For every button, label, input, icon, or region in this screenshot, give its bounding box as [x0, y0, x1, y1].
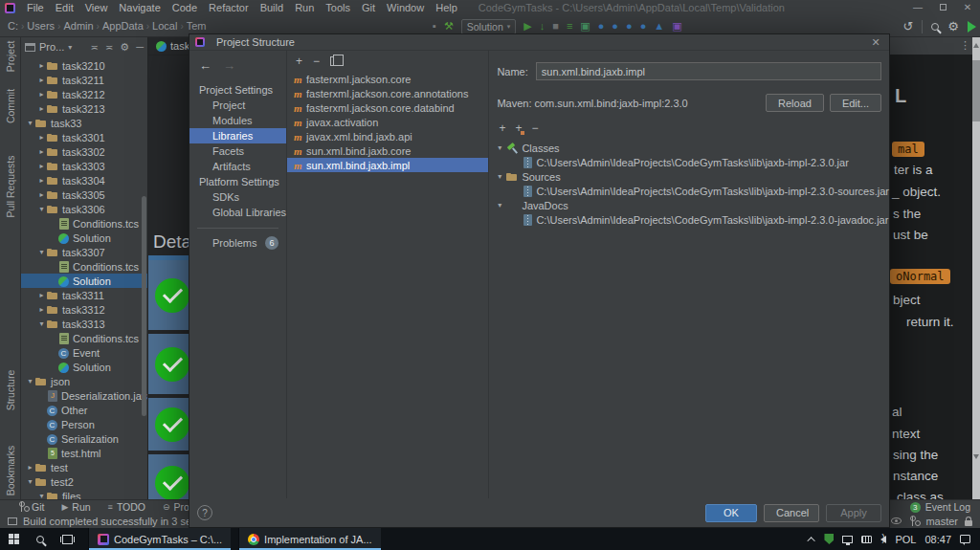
profiler-icon[interactable]: ● — [640, 21, 647, 32]
menu-code[interactable]: Code — [167, 2, 203, 13]
remove-root-icon[interactable]: − — [531, 121, 538, 135]
tree-row[interactable]: Solution — [21, 274, 147, 288]
nav-item-problems[interactable]: Problems 6 — [189, 234, 286, 252]
root-path-row[interactable]: C:\Users\Admin\IdeaProjects\CodeGymTasks… — [489, 184, 889, 198]
root-group-row[interactable]: ▾Classes — [489, 141, 889, 155]
chevron-expanded-icon[interactable]: ▾ — [36, 492, 47, 499]
minimize-button[interactable]: — — [905, 0, 930, 15]
tree-row[interactable]: ▸task3301 — [21, 130, 147, 144]
tree-row[interactable]: ▸task3213 — [21, 101, 147, 116]
tree-row[interactable]: ▾task3313 — [21, 317, 147, 331]
tree-row[interactable]: ▾task33 — [21, 116, 147, 130]
tree-row[interactable]: ▾json — [21, 374, 147, 388]
chevron-collapsed-icon[interactable]: ▸ — [36, 176, 47, 185]
library-list-item[interactable]: mfasterxml.jackson.core.databind — [287, 100, 488, 115]
chevron-collapsed-icon[interactable]: ▸ — [25, 463, 35, 472]
maximize-button[interactable] — [930, 0, 955, 15]
tree-row[interactable]: Conditions.tcs — [21, 259, 147, 274]
project-scrollbar[interactable] — [142, 196, 146, 416]
remove-library-icon[interactable]: − — [313, 55, 320, 68]
build-list-icon[interactable]: ≡ — [567, 21, 572, 32]
breadcrumb-item[interactable]: Users — [27, 20, 55, 32]
nav-item-sdks[interactable]: SDKs — [189, 189, 286, 205]
nav-item-global-libraries[interactable]: Global Libraries — [189, 205, 286, 220]
build-hammer-icon[interactable]: ⚒ — [444, 21, 454, 32]
chevron-expanded-icon[interactable]: ▾ — [25, 477, 35, 486]
chevron-collapsed-icon[interactable]: ▸ — [36, 147, 47, 156]
breadcrumb-item[interactable]: Local — [152, 20, 177, 32]
menu-build[interactable]: Build — [255, 2, 289, 13]
tree-row[interactable]: 5test.html — [21, 446, 147, 460]
root-path-row[interactable]: C:\Users\Admin\IdeaProjects\CodeGymTasks… — [489, 212, 889, 227]
chevron-collapsed-icon[interactable]: ▸ — [36, 104, 47, 113]
action-center-icon[interactable] — [960, 535, 970, 543]
dock-label-bookmarks[interactable]: Bookmarks — [5, 446, 16, 496]
menu-git[interactable]: Git — [356, 2, 381, 13]
menu-edit[interactable]: Edit — [50, 2, 79, 13]
tray-expand-chevron-icon[interactable] — [808, 537, 815, 544]
kebab-menu-icon[interactable]: ⋮ — [960, 39, 970, 52]
plugin-icon[interactable]: ▣ — [672, 21, 681, 32]
input-indicator-icon[interactable] — [861, 536, 872, 543]
tree-row[interactable]: ▸task3303 — [21, 159, 147, 173]
chevron-collapsed-icon[interactable]: ▸ — [36, 162, 47, 170]
menu-view[interactable]: View — [79, 2, 114, 13]
tree-row[interactable]: ▸task3212 — [21, 87, 147, 101]
library-list-item[interactable]: msun.xml.bind.jaxb.core — [287, 143, 488, 158]
profiler-icon[interactable]: ● — [612, 21, 618, 32]
taskbar-search-button[interactable] — [27, 528, 54, 550]
chevron-collapsed-icon[interactable]: ▸ — [36, 305, 47, 314]
chevron-expanded-icon[interactable]: ▾ — [36, 319, 47, 328]
update-icon[interactable]: ↓ — [540, 21, 546, 32]
apply-button[interactable]: Apply — [826, 504, 881, 522]
root-group-row[interactable]: ▾JavaDocs — [489, 198, 889, 212]
task-view-button[interactable] — [54, 528, 80, 550]
clock[interactable]: 08:47 — [924, 534, 951, 545]
chevron-collapsed-icon[interactable]: ▸ — [36, 190, 47, 199]
tree-row[interactable]: ▸task3305 — [21, 187, 147, 202]
settings-gear-icon[interactable]: ⚙ — [947, 20, 959, 33]
network-icon[interactable] — [842, 536, 853, 543]
root-path-row[interactable]: C:\Users\Admin\IdeaProjects\CodeGymTasks… — [489, 155, 889, 169]
nav-item-project[interactable]: Project — [189, 98, 286, 113]
breadcrumb-item[interactable]: AppData — [102, 20, 144, 32]
ok-button[interactable]: OK — [705, 504, 757, 522]
hide-panel-icon[interactable]: ─ — [136, 41, 144, 53]
codegym-plugin-icon[interactable] — [968, 21, 976, 33]
task-panel-scrollbar[interactable] — [972, 37, 980, 499]
coverage-icon[interactable]: ▣ — [580, 21, 590, 32]
volume-icon[interactable] — [880, 536, 886, 543]
tree-row[interactable]: COther — [21, 403, 147, 417]
back-arrow-icon[interactable]: ← — [199, 58, 212, 73]
add-library-icon[interactable]: + — [296, 55, 302, 68]
defender-shield-icon[interactable] — [824, 534, 834, 544]
tree-row[interactable]: ▾files — [21, 489, 147, 499]
library-list-item[interactable]: mfasterxml.jackson.core.annotations — [287, 86, 488, 100]
tree-row[interactable]: ▸test — [21, 460, 147, 474]
event-log-button[interactable]: Event Log — [925, 501, 970, 513]
add-from-maven-icon[interactable]: + — [515, 121, 522, 135]
tree-row[interactable]: ▸task3311 — [21, 288, 147, 302]
menu-refactor[interactable]: Refactor — [203, 2, 255, 13]
library-list-item[interactable]: mfasterxml.jackson.core — [287, 72, 488, 86]
tree-row[interactable]: CPerson — [21, 417, 147, 431]
run-icon[interactable]: ▶ — [523, 21, 531, 32]
undo-icon[interactable]: ↺ — [902, 20, 913, 33]
profiler-icon[interactable]: ● — [626, 21, 633, 32]
chevron-expanded-icon[interactable]: ▾ — [36, 205, 47, 213]
tree-row[interactable]: CEvent — [21, 345, 147, 360]
dock-button-git[interactable]: Git — [17, 501, 44, 513]
project-view-selector[interactable]: Pro... — [39, 41, 64, 53]
tree-row[interactable]: ▾task3306 — [21, 202, 147, 216]
dock-label-commit[interactable]: Commit — [5, 89, 16, 123]
chevron-expanded-icon[interactable]: ▾ — [25, 377, 35, 385]
add-root-icon[interactable]: + — [499, 121, 505, 135]
run-config-selector[interactable]: Solution ▾ — [461, 19, 516, 34]
language-indicator[interactable]: POL — [895, 534, 916, 545]
scroll-up-icon[interactable] — [973, 43, 979, 48]
menu-help[interactable]: Help — [430, 2, 463, 13]
nav-item-artifacts[interactable]: Artifacts — [189, 159, 286, 174]
taskbar-app-intellij[interactable]: CodeGymTasks – C:\... — [88, 528, 231, 550]
tree-row[interactable]: Conditions.tcs — [21, 331, 147, 345]
scrollbar-thumb[interactable] — [972, 60, 980, 121]
